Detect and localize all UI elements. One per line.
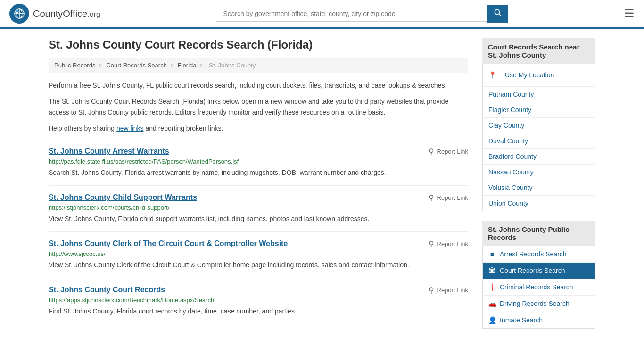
- use-location-link[interactable]: Use My Location: [499, 67, 560, 82]
- sidebar-arrest-records[interactable]: ■ Arrest Records Search: [483, 246, 595, 262]
- intro-paragraph-2: The St. Johns County Court Records Searc…: [49, 96, 468, 117]
- content-area: St. Johns County Court Records Search (F…: [49, 38, 468, 338]
- breadcrumb-current: St. Johns County: [209, 62, 256, 69]
- result-item-2: St. Johns County Child Support Warrants …: [49, 186, 468, 232]
- inmate-search-icon: 👤: [488, 316, 496, 324]
- result-url-1[interactable]: http://pas.fdle.state.fl.us/pas/restrict…: [49, 158, 468, 165]
- list-item: 👤 Inmate Search: [483, 312, 595, 328]
- result-url-2[interactable]: https://stjohnsclerk.com/courts/child-su…: [49, 204, 468, 211]
- intro-paragraph-1: Perform a free St. Johns County, FL publ…: [49, 80, 468, 90]
- sidebar-item-union[interactable]: Union County: [483, 196, 595, 211]
- list-item: Volusia County: [483, 180, 595, 196]
- report-link-3[interactable]: ⚲ Report Link: [429, 239, 468, 248]
- sidebar-item-clay[interactable]: Clay County: [483, 118, 595, 133]
- list-item: Bradford County: [483, 149, 595, 165]
- report-icon-2: ⚲: [429, 193, 434, 202]
- result-title-2[interactable]: St. Johns County Child Support Warrants: [49, 193, 197, 202]
- report-icon-3: ⚲: [429, 239, 434, 248]
- sidebar-item-flagler[interactable]: Flagler County: [483, 102, 595, 117]
- sidebar-public-section: St. Johns County Public Records ■ Arrest…: [482, 221, 595, 329]
- result-desc-3: View St. Johns County Clerk of the Circu…: [49, 260, 468, 270]
- breadcrumb: Public Records > Court Records Search > …: [49, 58, 468, 73]
- logo-text: CountyOffice.org: [33, 8, 100, 19]
- sidebar-inmate-search[interactable]: 👤 Inmate Search: [483, 312, 595, 328]
- svg-line-7: [499, 14, 502, 16]
- search-icon: [494, 9, 502, 16]
- menu-icon[interactable]: ☰: [624, 7, 635, 20]
- logo-icon: [9, 4, 29, 24]
- list-item: Clay County: [483, 118, 595, 133]
- result-item-1: St. Johns County Arrest Warrants ⚲ Repor…: [49, 140, 468, 186]
- report-link-1[interactable]: ⚲ Report Link: [429, 147, 468, 156]
- list-item: Flagler County: [483, 102, 595, 118]
- result-item-3: St. Johns County Clerk of The Circuit Co…: [49, 232, 468, 278]
- report-icon-1: ⚲: [429, 147, 434, 156]
- sidebar-nearby-section: Court Records Search near St. Johns Coun…: [482, 38, 595, 211]
- sidebar-use-location[interactable]: 📍 Use My Location: [483, 64, 595, 87]
- svg-point-6: [495, 10, 500, 15]
- main-container: St. Johns County Court Records Search (F…: [39, 38, 605, 338]
- site-header: CountyOffice.org ☰: [0, 0, 644, 29]
- result-url-4[interactable]: https://apps.stjohnsclerk.com/Benchmark/…: [49, 296, 468, 304]
- result-title-1[interactable]: St. Johns County Arrest Warrants: [49, 147, 169, 156]
- list-item: Duval County: [483, 133, 595, 149]
- sidebar-item-bradford[interactable]: Bradford County: [483, 149, 595, 164]
- logo-area[interactable]: CountyOffice.org: [9, 4, 100, 24]
- search-area: [216, 5, 508, 23]
- sidebar-driving-records[interactable]: 🚗 Driving Records Search: [483, 296, 595, 312]
- report-link-2[interactable]: ⚲ Report Link: [429, 193, 468, 202]
- list-item: ❗ Criminal Records Search: [483, 279, 595, 296]
- page-title: St. Johns County Court Records Search (F…: [49, 38, 468, 51]
- sidebar-item-duval[interactable]: Duval County: [483, 133, 595, 148]
- list-item: Nassau County: [483, 165, 595, 180]
- sidebar-court-records[interactable]: 🏛 Court Records Search: [483, 263, 595, 279]
- sidebar-item-volusia[interactable]: Volusia County: [483, 180, 595, 195]
- breadcrumb-florida[interactable]: Florida: [178, 62, 197, 69]
- list-item: Putnam County: [483, 87, 595, 102]
- list-item: ■ Arrest Records Search: [483, 246, 595, 263]
- new-links-link[interactable]: new links: [116, 124, 144, 132]
- sidebar-item-nassau[interactable]: Nassau County: [483, 165, 595, 180]
- result-title-3[interactable]: St. Johns County Clerk of The Circuit Co…: [49, 239, 288, 248]
- result-url-3[interactable]: http://www.sjccoc.us/: [49, 250, 468, 257]
- header-right: ☰: [624, 7, 635, 20]
- result-desc-1: Search St. Johns County, Florida arrest …: [49, 168, 468, 178]
- criminal-records-icon: ❗: [488, 283, 496, 291]
- breadcrumb-public-records[interactable]: Public Records: [54, 62, 95, 69]
- sidebar: Court Records Search near St. Johns Coun…: [482, 38, 595, 338]
- breadcrumb-court-records[interactable]: Court Records Search: [106, 62, 167, 69]
- result-item-4: St. Johns County Court Records ⚲ Report …: [49, 278, 468, 324]
- court-records-icon: 🏛: [488, 267, 496, 274]
- list-item: 🏛 Court Records Search: [483, 263, 595, 279]
- report-link-4[interactable]: ⚲ Report Link: [429, 286, 468, 295]
- list-item: 🚗 Driving Records Search: [483, 296, 595, 312]
- sidebar-item-putnam[interactable]: Putnam County: [483, 87, 595, 102]
- sidebar-criminal-records[interactable]: ❗ Criminal Records Search: [483, 279, 595, 295]
- search-input[interactable]: [216, 6, 487, 22]
- list-item: Union County: [483, 196, 595, 211]
- sidebar-public-list: ■ Arrest Records Search 🏛 Court Records …: [482, 246, 595, 329]
- driving-records-icon: 🚗: [488, 300, 496, 307]
- report-icon-4: ⚲: [429, 286, 434, 295]
- location-pin-icon: 📍: [488, 71, 496, 79]
- result-title-4[interactable]: St. Johns County Court Records: [49, 286, 165, 294]
- svg-point-5: [16, 10, 18, 13]
- intro-paragraph-3: Help others by sharing new links and rep…: [49, 123, 468, 133]
- sidebar-nearby-list: 📍 Use My Location Putnam County Flagler …: [482, 64, 595, 211]
- sidebar-public-title: St. Johns County Public Records: [482, 221, 595, 246]
- arrest-records-icon: ■: [488, 250, 496, 258]
- sidebar-nearby-title: Court Records Search near St. Johns Coun…: [482, 38, 595, 64]
- result-desc-2: View St. Johns County, Florida child sup…: [49, 214, 468, 224]
- result-desc-4: Find St. Johns County, Florida court rec…: [49, 306, 468, 316]
- search-button[interactable]: [487, 5, 508, 23]
